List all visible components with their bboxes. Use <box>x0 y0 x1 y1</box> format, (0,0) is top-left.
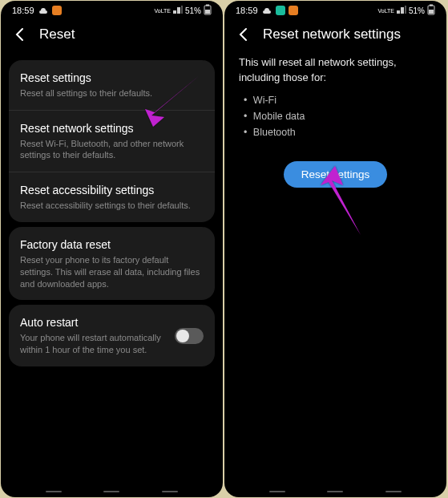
app-badge-icon <box>52 6 62 15</box>
app-badge-icon <box>276 6 285 15</box>
battery-icon <box>204 4 212 17</box>
status-bar: 18:59 VoLTE 51% <box>224 1 446 18</box>
battery-pct: 51% <box>185 6 201 15</box>
content-body: This will reset all network settings, in… <box>224 55 446 188</box>
header: Reset <box>1 18 223 55</box>
phone-screen-reset-list: 18:59 VoLTE 51% Reset Reset settings Res… <box>1 1 223 497</box>
row-sub: Reset Wi-Fi, Bluetooth, and other networ… <box>20 138 204 162</box>
nav-bar <box>224 491 446 492</box>
bullet-wifi: Wi-Fi <box>244 92 432 108</box>
status-time: 18:59 <box>12 6 34 15</box>
signal-icon <box>397 6 406 15</box>
reset-settings-button[interactable]: Reset settings <box>284 161 388 188</box>
svg-rect-4 <box>430 5 433 6</box>
status-time: 18:59 <box>236 6 258 15</box>
nav-bar <box>1 491 223 492</box>
row-title: Reset accessibility settings <box>20 183 204 198</box>
nav-recent[interactable] <box>269 491 285 492</box>
reset-options-group: Reset settings Reset all settings to the… <box>9 60 215 222</box>
row-sub: Your phone will restart automatically wi… <box>20 332 165 356</box>
volte-label: VoLTE <box>377 8 394 14</box>
row-sub: Reset all settings to their defaults. <box>20 87 204 99</box>
factory-reset-group: Factory data reset Reset your phone to i… <box>9 227 215 300</box>
bullet-list: Wi-Fi Mobile data Bluetooth <box>244 92 432 140</box>
page-title: Reset network settings <box>263 26 401 43</box>
row-sub: Reset accessibility settings to their de… <box>20 200 204 212</box>
reset-settings-row[interactable]: Reset settings Reset all settings to the… <box>9 60 215 111</box>
row-title: Factory data reset <box>20 237 204 253</box>
intro-text: This will reset all network settings, in… <box>239 55 432 86</box>
reset-network-row[interactable]: Reset network settings Reset Wi-Fi, Blue… <box>9 111 215 173</box>
weather-icon <box>38 6 49 15</box>
nav-back[interactable] <box>385 491 402 492</box>
signal-icon <box>173 6 183 15</box>
row-title: Reset network settings <box>20 121 204 136</box>
battery-icon <box>427 4 435 17</box>
back-icon[interactable] <box>12 26 28 43</box>
factory-reset-row[interactable]: Factory data reset Reset your phone to i… <box>9 227 215 300</box>
auto-restart-group: Auto restart Your phone will restart aut… <box>9 305 215 366</box>
bullet-mobile-data: Mobile data <box>244 108 432 124</box>
svg-rect-5 <box>429 10 434 14</box>
row-title: Auto restart <box>20 315 165 330</box>
nav-home[interactable] <box>327 491 343 492</box>
phone-screen-reset-network: 18:59 VoLTE 51% Reset network settings T… <box>224 1 446 497</box>
status-bar: 18:59 VoLTE 51% <box>1 1 223 18</box>
reset-accessibility-row[interactable]: Reset accessibility settings Reset acces… <box>9 172 215 222</box>
volte-label: VoLTE <box>154 8 171 14</box>
svg-rect-1 <box>206 5 209 6</box>
app-badge-icon <box>289 6 298 15</box>
weather-icon <box>261 6 272 15</box>
header: Reset network settings <box>224 18 446 55</box>
auto-restart-row[interactable]: Auto restart Your phone will restart aut… <box>9 305 215 366</box>
svg-rect-2 <box>205 10 210 14</box>
battery-pct: 51% <box>409 6 425 15</box>
back-icon[interactable] <box>236 26 252 43</box>
page-title: Reset <box>39 26 75 43</box>
row-sub: Reset your phone to its factory default … <box>20 254 204 290</box>
bullet-bluetooth: Bluetooth <box>244 124 432 140</box>
auto-restart-toggle[interactable] <box>175 328 204 344</box>
nav-recent[interactable] <box>46 491 62 492</box>
nav-back[interactable] <box>162 491 178 492</box>
nav-home[interactable] <box>103 491 119 492</box>
row-title: Reset settings <box>20 71 204 86</box>
